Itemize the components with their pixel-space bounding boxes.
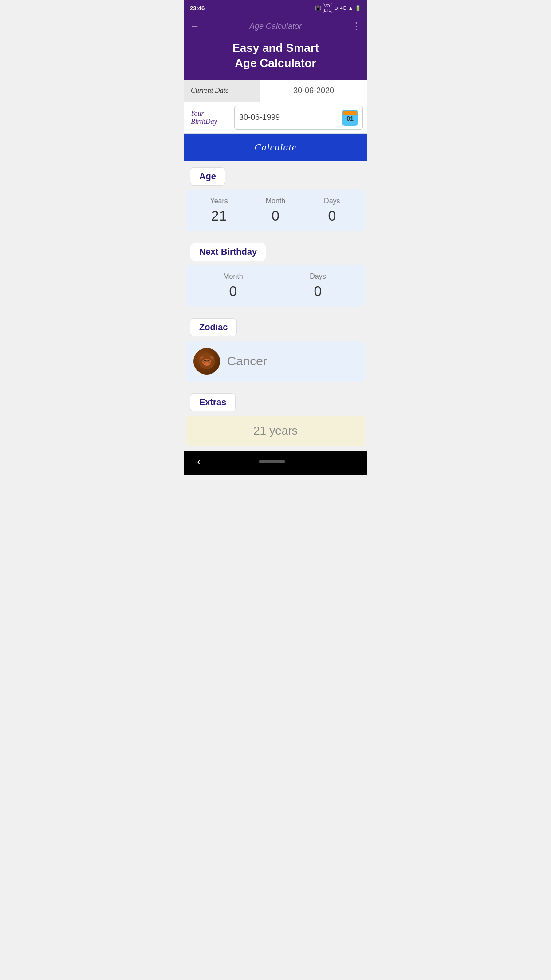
current-date-row: Current Date 30-06-2020 xyxy=(184,80,367,102)
nb-days-value: 0 xyxy=(276,283,360,300)
network-icon: 4G xyxy=(340,5,346,11)
app-overlay-title: Easy and Smart Age Calculator xyxy=(190,41,361,71)
current-date-value: 30-06-2020 xyxy=(260,80,367,102)
svg-point-4 xyxy=(204,360,206,361)
age-month-label: Month xyxy=(247,197,303,205)
status-bar: 23:46 📳 VOLTE ⊕ 4G ▲ 🔋 xyxy=(184,0,367,16)
nb-month-value: 0 xyxy=(191,283,276,300)
status-time: 23:46 xyxy=(190,5,205,12)
back-icon[interactable]: ← xyxy=(190,20,200,32)
battery-icon: 🔋 xyxy=(355,5,361,11)
calculate-button[interactable]: Calculate xyxy=(184,134,367,161)
birthday-input-wrap[interactable]: 01 xyxy=(234,106,363,130)
status-icons: 📳 VOLTE ⊕ 4G ▲ 🔋 xyxy=(315,3,361,13)
age-years-label: Years xyxy=(191,197,247,205)
zodiac-card: Cancer xyxy=(186,341,365,382)
next-birthday-section-label: Next Birthday xyxy=(190,243,266,261)
vibrate-icon: 📳 xyxy=(315,5,321,11)
location-icon: ⊕ xyxy=(334,5,338,11)
age-section-label: Age xyxy=(190,167,225,186)
app-header: ← Age Calculator ⋮ xyxy=(184,16,367,38)
age-years-value: 21 xyxy=(191,208,247,224)
zodiac-section: Zodiac xyxy=(184,312,367,382)
app-wrapper: 23:46 📳 VOLTE ⊕ 4G ▲ 🔋 ← Age Calculator … xyxy=(184,0,367,475)
calendar-icon[interactable]: 01 xyxy=(342,110,358,126)
nb-days-label: Days xyxy=(276,273,360,281)
age-month-col: Month 0 xyxy=(247,197,303,224)
extras-section-label: Extras xyxy=(190,393,236,411)
age-month-value: 0 xyxy=(247,208,303,224)
next-birthday-section: Next Birthday Month 0 Days 0 xyxy=(184,237,367,307)
zodiac-icon xyxy=(193,348,220,375)
extras-value: 21 years xyxy=(193,424,358,438)
current-date-label: Current Date xyxy=(184,80,260,101)
zodiac-section-label: Zodiac xyxy=(190,318,237,336)
age-years-col: Years 21 xyxy=(191,197,247,224)
header-title: Age Calculator xyxy=(249,22,302,31)
birthday-row: Your BirthDay 01 xyxy=(184,102,367,134)
age-days-value: 0 xyxy=(304,208,360,224)
birthday-label: Your BirthDay xyxy=(184,103,230,132)
menu-icon[interactable]: ⋮ xyxy=(351,20,361,32)
overlay-title-section: Easy and Smart Age Calculator xyxy=(184,38,367,80)
signal-icon: ▲ xyxy=(348,5,353,11)
svg-point-3 xyxy=(202,359,211,366)
svg-point-5 xyxy=(208,360,209,361)
extras-section: Extras 21 years xyxy=(184,387,367,446)
volte-icon: VOLTE xyxy=(323,3,333,13)
zodiac-sign-name: Cancer xyxy=(227,354,267,368)
age-days-label: Days xyxy=(304,197,360,205)
bottom-nav: ‹ xyxy=(184,451,367,475)
calendar-num: 01 xyxy=(346,115,354,122)
nb-month-label: Month xyxy=(191,273,276,281)
nb-month-col: Month 0 xyxy=(191,273,276,300)
extras-card: 21 years xyxy=(186,416,365,446)
next-birthday-result-card: Month 0 Days 0 xyxy=(186,265,365,307)
birthday-input[interactable] xyxy=(239,113,342,122)
age-days-col: Days 0 xyxy=(304,197,360,224)
age-section: Age Years 21 Month 0 Days 0 xyxy=(184,161,367,231)
nav-back-button[interactable]: ‹ xyxy=(197,455,201,468)
nb-days-col: Days 0 xyxy=(276,273,360,300)
nav-home-pill[interactable] xyxy=(259,460,285,463)
age-result-card: Years 21 Month 0 Days 0 xyxy=(186,190,365,231)
